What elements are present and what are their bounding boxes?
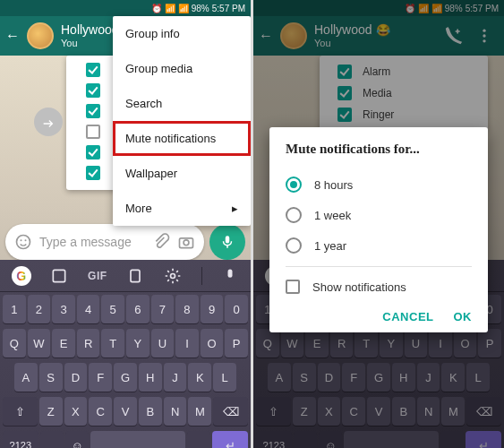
message-input-bar: Type a message <box>5 224 245 260</box>
message-input[interactable]: Type a message <box>5 224 204 260</box>
period-key[interactable]: . <box>187 431 210 448</box>
menu-more[interactable]: More▸ <box>113 191 251 226</box>
cancel-button[interactable]: CANCEL <box>382 310 433 323</box>
symbols-key[interactable]: ?123 <box>3 431 38 448</box>
space-key[interactable]: EN · FR · ES <box>90 431 185 448</box>
key-E[interactable]: E <box>52 329 75 358</box>
key-9[interactable]: 9 <box>201 295 224 323</box>
sticker-icon[interactable] <box>50 267 68 285</box>
status-icons: ⏰ 📶 📶 <box>151 4 189 13</box>
key-L[interactable]: L <box>213 363 236 392</box>
clipboard-icon[interactable] <box>126 267 144 285</box>
divider <box>201 267 202 285</box>
keyboard: G GIF 1234567890 QWERTYUIOP ASDFGHJKL ⇧ … <box>0 260 251 448</box>
key-I[interactable]: I <box>175 329 199 358</box>
share-icon <box>41 115 56 129</box>
mic-icon[interactable] <box>221 267 239 285</box>
key-Z[interactable]: Z <box>39 397 63 426</box>
key-2[interactable]: 2 <box>28 295 51 323</box>
key-O[interactable]: O <box>201 329 224 358</box>
menu-group-media[interactable]: Group media <box>113 51 251 86</box>
key-3[interactable]: 3 <box>52 295 75 323</box>
key-8[interactable]: 8 <box>175 295 199 323</box>
gif-button[interactable]: GIF <box>88 270 107 282</box>
key-D[interactable]: D <box>64 363 88 392</box>
chat-title: Hollywood <box>61 23 119 37</box>
key-U[interactable]: U <box>151 329 175 358</box>
camera-icon[interactable] <box>177 233 195 251</box>
key-C[interactable]: C <box>89 397 112 426</box>
key-J[interactable]: J <box>164 363 187 392</box>
svg-point-7 <box>170 273 175 278</box>
menu-group-info[interactable]: Group info <box>113 16 251 51</box>
checkbox-icon[interactable] <box>86 83 100 98</box>
radio-icon <box>286 237 302 254</box>
menu-wallpaper[interactable]: Wallpaper <box>113 156 251 191</box>
key-H[interactable]: H <box>139 363 162 392</box>
option-8-hours[interactable]: 8 hours <box>286 169 472 200</box>
enter-key[interactable]: ↵ <box>212 431 248 448</box>
share-button[interactable] <box>34 108 63 136</box>
key-T[interactable]: T <box>101 329 124 358</box>
key-5[interactable]: 5 <box>101 295 124 323</box>
key-B[interactable]: B <box>139 397 162 426</box>
key-N[interactable]: N <box>164 397 187 426</box>
key-0[interactable]: 0 <box>225 295 248 323</box>
checkbox-icon[interactable] <box>86 166 100 180</box>
checkbox-icon[interactable] <box>86 145 100 159</box>
avatar[interactable] <box>27 22 54 49</box>
option-1-week[interactable]: 1 week <box>286 200 472 230</box>
checkbox-icon[interactable] <box>86 63 100 77</box>
key-F[interactable]: F <box>89 363 112 392</box>
status-bar: ⏰ 📶 📶 98% 5:57 PM <box>0 0 251 16</box>
key-R[interactable]: R <box>77 329 100 358</box>
ok-button[interactable]: OK <box>454 310 473 323</box>
key-K[interactable]: K <box>188 363 211 392</box>
key-6[interactable]: 6 <box>126 295 149 323</box>
overflow-menu: Group info Group media Search Mute notif… <box>113 16 251 226</box>
key-row-bottom: ?123 , ☺ EN · FR · ES . ↵ <box>0 428 251 448</box>
key-row-4: ⇧ ZXCVBNM ⌫ <box>0 394 251 428</box>
key-4[interactable]: 4 <box>77 295 100 323</box>
key-Y[interactable]: Y <box>126 329 149 358</box>
key-1[interactable]: 1 <box>3 295 26 323</box>
time-text: 5:57 PM <box>212 4 245 13</box>
key-row-numbers: 1234567890 <box>0 292 251 326</box>
key-M[interactable]: M <box>188 397 211 426</box>
phone-right: ⏰ 📶 📶 98% 5:57 PM ← Hollywood😂 You Alarm… <box>253 0 504 448</box>
key-Q[interactable]: Q <box>3 329 26 358</box>
checkbox-icon[interactable] <box>86 104 100 118</box>
chevron-right-icon: ▸ <box>232 202 238 215</box>
attach-icon[interactable] <box>152 233 170 251</box>
key-V[interactable]: V <box>114 397 137 426</box>
key-P[interactable]: P <box>225 329 248 358</box>
menu-mute-notifications[interactable]: Mute notifications <box>113 121 251 156</box>
radio-icon <box>286 207 302 223</box>
key-row-2: QWERTYUIOP <box>0 326 251 360</box>
show-notifications-toggle[interactable]: Show notifications <box>286 272 472 301</box>
svg-point-2 <box>25 239 27 241</box>
shift-key[interactable]: ⇧ <box>3 397 38 426</box>
key-7[interactable]: 7 <box>151 295 175 323</box>
settings-icon[interactable] <box>164 267 182 285</box>
key-W[interactable]: W <box>28 329 51 358</box>
back-icon[interactable]: ← <box>5 28 20 44</box>
backspace-key[interactable]: ⌫ <box>213 397 248 426</box>
emoji-key[interactable]: ☺ <box>65 431 89 448</box>
svg-point-0 <box>17 236 30 249</box>
key-X[interactable]: X <box>64 397 88 426</box>
google-icon[interactable]: G <box>12 266 31 286</box>
emoji-icon[interactable] <box>14 233 32 251</box>
checkbox-icon[interactable] <box>86 125 100 139</box>
voice-button[interactable] <box>209 224 245 260</box>
key-S[interactable]: S <box>39 363 63 392</box>
mute-dialog: Mute notifications for... 8 hours 1 week… <box>269 127 488 332</box>
key-row-3: ASDFGHJKL <box>0 360 251 394</box>
key-A[interactable]: A <box>14 363 38 392</box>
battery-text: 98% <box>192 4 209 13</box>
comma-key[interactable]: , <box>40 431 64 448</box>
menu-search[interactable]: Search <box>113 86 251 121</box>
svg-point-1 <box>21 239 22 241</box>
option-1-year[interactable]: 1 year <box>286 230 472 261</box>
key-G[interactable]: G <box>114 363 137 392</box>
